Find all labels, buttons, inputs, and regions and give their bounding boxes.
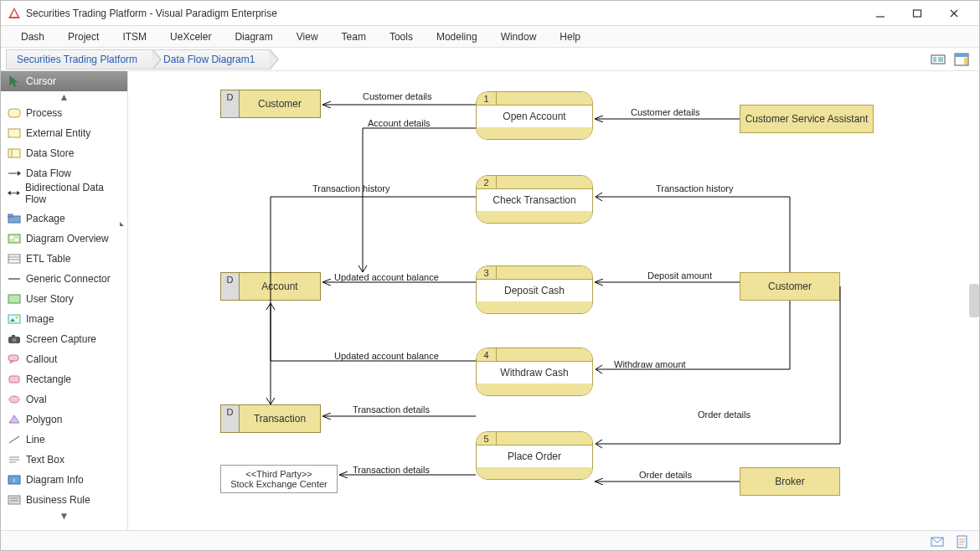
svg-rect-3 (914, 10, 921, 17)
menu-itsm[interactable]: ITSM (111, 28, 158, 46)
datastore-label: Account (240, 273, 320, 300)
menu-uexceler[interactable]: UeXceler (158, 28, 223, 46)
panel-icon[interactable] (954, 52, 969, 67)
external-stock-exchange[interactable]: <<Third Party>> Stock Exchange Center (220, 465, 338, 493)
menu-help[interactable]: Help (548, 28, 592, 46)
layout-icon[interactable] (931, 52, 946, 67)
datastore-label: Customer (240, 90, 320, 117)
process-open-account[interactable]: 1 Open Account (476, 91, 593, 140)
tool-bidirectional-flow[interactable]: Bidirectional Data Flow (1, 183, 127, 203)
status-bar (1, 530, 979, 551)
oval-icon (8, 394, 21, 405)
menu-view[interactable]: View (285, 28, 330, 46)
entity-broker[interactable]: Broker (740, 467, 840, 496)
tool-diagram-info[interactable]: iDiagram Info (1, 470, 127, 490)
process-place-order[interactable]: 5 Place Order (476, 431, 593, 480)
tool-polygon[interactable]: Polygon (1, 409, 127, 430)
tool-rectangle[interactable]: Rectangle (1, 369, 127, 389)
flow-label: Order details (698, 409, 750, 420)
tool-label: Cursor (26, 75, 56, 87)
process-icon (8, 107, 21, 119)
entity-customer-service-assistant[interactable]: Customer Service Assistant (740, 105, 874, 133)
window-maximize-button[interactable] (899, 2, 936, 25)
image-icon (8, 313, 21, 325)
diagram-canvas[interactable]: D Customer D Account D Transaction 1 Ope… (128, 71, 979, 530)
note-icon[interactable] (956, 535, 969, 548)
flow-label: Transaction history (656, 183, 734, 193)
camera-icon (8, 333, 21, 345)
window-close-button[interactable] (936, 2, 972, 25)
tool-user-story[interactable]: User Story (1, 289, 127, 309)
data-flow-icon (8, 167, 21, 179)
tool-callout[interactable]: Callout (1, 349, 127, 369)
tool-external-entity[interactable]: External Entity (1, 123, 127, 143)
polygon-icon (8, 414, 21, 425)
tool-line[interactable]: Line (1, 430, 127, 450)
datastore-transaction[interactable]: D Transaction (220, 404, 321, 433)
svg-rect-13 (8, 109, 20, 117)
menu-diagram[interactable]: Diagram (223, 28, 284, 46)
tool-image[interactable]: Image (1, 309, 127, 329)
window-minimize-button[interactable] (862, 2, 899, 25)
flow-label: Transaction details (353, 404, 430, 415)
menu-team[interactable]: Team (330, 28, 378, 46)
datastore-account[interactable]: D Account (220, 272, 321, 301)
process-number: 2 (477, 176, 497, 188)
tool-label: User Story (26, 293, 74, 305)
svg-marker-20 (8, 191, 11, 196)
title-bar: Securities Trading Platform - Visual Par… (1, 1, 979, 26)
tool-package[interactable]: Package (1, 209, 127, 229)
breadcrumb-item-project[interactable]: Securities Trading Platform (6, 49, 153, 70)
mail-icon[interactable] (931, 535, 944, 548)
tool-oval[interactable]: Oval (1, 389, 127, 409)
datastore-customer[interactable]: D Customer (220, 90, 321, 118)
tool-label: Polygon (26, 414, 62, 425)
entity-label: Customer Service Assistant (745, 113, 869, 125)
menu-tools[interactable]: Tools (378, 28, 425, 46)
cursor-icon (8, 75, 21, 87)
tool-label: Diagram Overview (26, 233, 109, 245)
menu-project[interactable]: Project (56, 28, 111, 46)
menu-dash[interactable]: Dash (9, 28, 56, 46)
tool-screen-capture[interactable]: Screen Capture (1, 329, 127, 349)
tool-diagram-overview[interactable]: Diagram Overview (1, 229, 127, 249)
datastore-marker: D (221, 90, 240, 117)
tool-generic-connector[interactable]: Generic Connector (1, 269, 127, 289)
tool-text-box[interactable]: Text Box (1, 450, 127, 470)
tool-process[interactable]: Process (1, 103, 127, 123)
menu-window[interactable]: Window (489, 28, 549, 46)
svg-marker-21 (17, 191, 20, 196)
breadcrumb-item-diagram[interactable]: Data Flow Diagram1 (152, 49, 271, 70)
tool-label: Data Store (26, 147, 74, 159)
user-story-icon (8, 293, 21, 305)
tool-data-flow[interactable]: Data Flow (1, 163, 127, 183)
palette-collapse-down[interactable]: ▼ (1, 510, 127, 522)
process-withdraw-cash[interactable]: 4 Withdraw Cash (476, 348, 593, 396)
tool-label: Image (26, 313, 54, 325)
process-deposit-cash[interactable]: 3 Deposit Cash (476, 265, 593, 314)
canvas-scrollbar[interactable] (969, 284, 979, 317)
tool-cursor[interactable]: Cursor (1, 71, 127, 91)
svg-rect-27 (8, 255, 20, 263)
tool-data-store[interactable]: Data Store (1, 143, 127, 163)
flow-label: Order details (639, 470, 692, 480)
menu-modeling[interactable]: Modeling (425, 28, 489, 46)
svg-text:i: i (13, 476, 15, 484)
svg-rect-14 (8, 129, 20, 137)
tool-business-rule[interactable]: Business Rule (1, 490, 127, 510)
svg-line-43 (9, 436, 19, 443)
tool-label: Generic Connector (26, 273, 111, 285)
window-title: Securities Trading Platform - Visual Par… (26, 8, 862, 19)
rule-icon (8, 494, 21, 506)
tool-label: Data Flow (26, 167, 71, 179)
tool-label: Screen Capture (26, 333, 96, 345)
process-check-transaction[interactable]: 2 Check Transaction (476, 175, 593, 224)
svg-rect-31 (8, 295, 20, 303)
svg-rect-32 (8, 315, 20, 323)
flow-label: Account details (368, 118, 431, 128)
tool-etl-table[interactable]: ETL Table (1, 249, 127, 269)
tool-label: Text Box (26, 454, 64, 466)
palette-collapse-up[interactable]: ▲ (1, 91, 127, 103)
svg-marker-42 (9, 415, 19, 423)
entity-customer[interactable]: Customer (740, 272, 840, 301)
